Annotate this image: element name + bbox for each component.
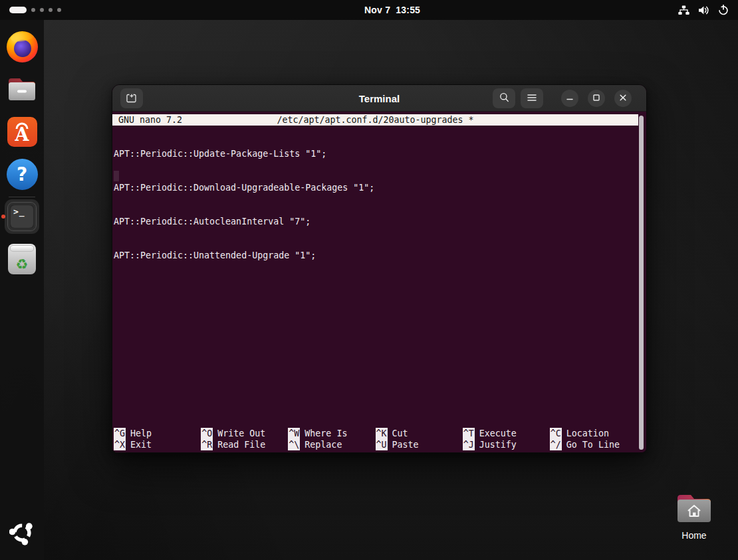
files-folder-icon [7,76,37,102]
nano-filename-label: /etc/apt/apt.conf.d/20auto-upgrades * [112,114,638,126]
shortcut-paste: ^UPaste [376,439,463,450]
search-button[interactable] [493,88,515,108]
dock-separator [9,197,35,197]
shortcut-read-file: ^RRead File [201,439,288,450]
active-workspace-pill[interactable] [9,7,27,13]
terminal-content[interactable]: GNU nano 7.2 /etc/apt/apt.conf.d/20auto-… [112,112,646,453]
minimize-icon [566,92,574,104]
shortcut-replace: ^\Replace [288,439,375,450]
close-button[interactable] [614,90,632,107]
desktop-home-shortcut[interactable]: Home [670,492,719,541]
home-shortcut-label: Home [670,530,719,541]
config-line: APT::Periodic::Download-Upgradeable-Pack… [114,182,646,193]
terminal-window: Terminal [112,84,647,453]
software-bag-icon: A [7,117,37,147]
config-line: APT::Periodic::AutocleanInterval "7"; [114,216,646,227]
minimize-button[interactable] [561,90,578,107]
dock-item-help[interactable]: ? [5,157,39,191]
help-question-icon: ? [7,159,38,190]
dock-item-files[interactable] [5,72,39,106]
shortcut-exit: ^XExit [114,439,201,450]
shortcut-location: ^CLocation [550,428,637,439]
menu-button[interactable] [521,88,543,108]
close-icon [619,92,627,104]
window-titlebar[interactable]: Terminal [112,85,646,112]
shortcut-where-is: ^WWhere Is [288,428,375,439]
shortcut-justify: ^JJustify [463,439,550,450]
workspace-dot[interactable] [49,8,53,12]
nano-edit-area[interactable]: APT::Periodic::Update-Package-Lists "1";… [112,126,646,284]
nano-shortcut-bar: ^GHelp ^XExit ^OWrite Out ^RRead File ^W… [114,428,637,450]
maximize-icon [592,92,600,104]
workspace-dot[interactable] [31,8,35,12]
home-folder-icon [675,515,713,527]
shortcut-write-out: ^OWrite Out [201,428,288,439]
ubuntu-logo-icon [9,520,35,548]
top-bar: Nov 7 13:55 [0,0,738,20]
system-status-area[interactable] [678,0,729,20]
firefox-icon [7,31,38,62]
hamburger-menu-icon [527,92,537,104]
maximize-button[interactable] [588,90,605,107]
new-tab-button[interactable] [120,88,143,108]
volume-icon[interactable] [698,5,709,15]
shortcut-go-to-line: ^/Go To Line [550,439,637,450]
shortcut-cut: ^KCut [376,428,463,439]
show-apps-button[interactable] [7,519,37,549]
terminal-prompt-icon: >_ [7,202,37,231]
workspace-dot[interactable] [40,8,44,12]
shortcut-execute: ^TExecute [463,428,550,439]
desktop: Nov 7 13:55 [0,0,738,560]
terminal-scrollbar[interactable] [639,116,644,450]
nano-title-bar: GNU nano 7.2 /etc/apt/apt.conf.d/20auto-… [112,114,638,126]
workspace-dot[interactable] [57,8,61,12]
network-icon[interactable] [678,5,689,15]
dock: A ? >_ ♻ [0,20,44,560]
dock-item-firefox[interactable] [5,29,39,64]
shortcut-help: ^GHelp [114,428,201,439]
trash-recycle-icon: ♻ [8,244,36,274]
dock-item-ubuntu-software[interactable]: A [5,114,39,149]
config-line: APT::Periodic::Unattended-Upgrade "1"; [114,250,646,261]
search-icon [499,92,509,105]
dock-item-trash[interactable]: ♻ [5,242,39,276]
clock[interactable]: Nov 7 13:55 [364,0,420,20]
power-icon[interactable] [718,5,729,15]
dock-item-terminal[interactable]: >_ [5,199,39,234]
text-cursor [114,171,119,181]
config-line: APT::Periodic::Update-Package-Lists "1"; [114,148,646,159]
workspace-indicator[interactable] [9,0,61,20]
